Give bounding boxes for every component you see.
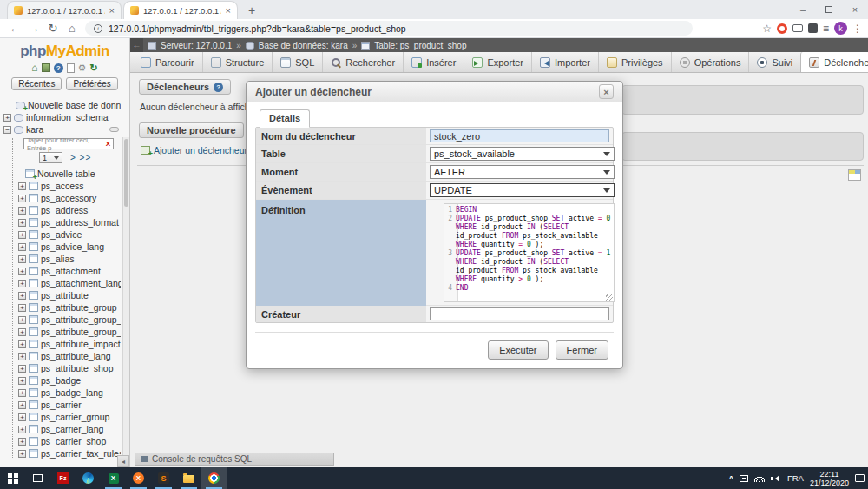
network-wifi-icon[interactable] [754,474,765,482]
favorite-tables-button[interactable]: Préférées [66,77,117,90]
new-tab-button[interactable]: + [243,2,260,19]
expand-icon[interactable]: + [18,207,26,215]
tab-details[interactable]: Détails [260,109,310,128]
reload-nav-icon[interactable]: ↻ [89,63,97,73]
tab-dclencheurs[interactable]: Déclencheurs [800,52,868,72]
tray-app-icon[interactable] [740,475,748,482]
expand-icon[interactable]: + [18,401,26,409]
address-bar[interactable]: i 127.0.0.1/phpmyadmin/tbl_triggers.php?… [85,21,693,36]
volume-icon[interactable] [771,474,781,483]
back-button[interactable]: ← [5,22,24,35]
table-item[interactable]: +ps_carrier_shop [13,435,121,447]
sql-definition-editor[interactable]: 1BEGIN2UPDATE ps_product_shop SET active… [444,203,615,302]
expand-icon[interactable]: + [18,182,26,190]
expand-icon[interactable]: + [18,377,26,385]
expand-icon[interactable]: + [18,231,26,239]
table-item[interactable]: +ps_carrier_tax_rules_group [13,447,121,459]
table-item[interactable]: +ps_badge_lang [13,387,121,399]
table-item[interactable]: +ps_carrier_group [13,411,121,423]
taskbar-xampp-button[interactable]: X [126,467,151,489]
window-close-button[interactable]: × [842,0,868,19]
recent-tables-button[interactable]: Récentes [11,77,62,90]
tab-exporter[interactable]: Exporter [464,52,531,72]
event-select[interactable]: UPDATE [430,183,615,197]
expand-icon[interactable]: + [18,426,26,433]
expand-icon[interactable]: + [18,365,26,373]
logout-icon[interactable] [42,63,50,72]
tab-sql[interactable]: SQL [272,52,322,72]
page-next-links[interactable]: > >> [70,153,91,162]
action-center-icon[interactable] [855,474,865,482]
close-button[interactable]: Fermer [556,340,608,360]
taskbar-chrome-button[interactable] [201,467,227,489]
table-item[interactable]: +ps_accessory [13,192,121,204]
filter-clear-icon[interactable]: X [106,140,110,148]
expand-icon[interactable]: + [18,304,26,312]
database-item-kara[interactable]: − kara [3,123,121,135]
taskbar-task-view-button[interactable] [25,467,50,489]
tab-rechercher[interactable]: Rechercher [322,52,403,72]
browser-tab[interactable]: 127.0.0.1 / 127.0.0.1 / kara / ps_p× [123,1,238,19]
help-icon[interactable]: ? [214,83,223,92]
table-item[interactable]: +ps_attribute_group [13,301,121,314]
forward-button[interactable]: → [24,22,43,35]
sql-console-bar[interactable]: Console de requêtes SQL [135,453,334,466]
settings-gear-icon[interactable]: ⚙ [78,63,87,73]
list-extension-icon[interactable]: ≡ [823,23,829,35]
breadcrumb-table[interactable]: Table: ps_product_shop [374,41,466,50]
table-item[interactable]: +ps_badge [13,374,121,387]
language-indicator[interactable]: FRA [787,473,804,483]
site-info-icon[interactable]: i [94,24,102,33]
taskbar-excel-button[interactable]: X [101,467,126,489]
table-item[interactable]: +ps_attribute_group_shop [13,326,121,338]
expand-icon[interactable]: + [18,292,26,300]
bookmark-star-icon[interactable]: ☆ [762,23,772,35]
docs-icon[interactable] [67,63,75,73]
execute-button[interactable]: Exécuter [488,340,548,360]
expand-icon[interactable]: + [18,450,26,458]
taskbar-start-button[interactable] [0,467,25,489]
scrollbar-thumb[interactable] [124,139,128,207]
taskbar-edge-button[interactable] [76,467,101,489]
table-item[interactable]: +ps_advice_lang [13,241,121,253]
browser-menu-icon[interactable]: ⋮ [852,23,863,35]
tab-suivi[interactable]: Suivi [748,52,800,72]
expand-icon[interactable]: + [18,328,26,336]
home-button[interactable]: ⌂ [62,22,82,35]
table-item[interactable]: +ps_address [13,204,121,216]
expand-icon[interactable]: + [18,340,26,348]
reload-button[interactable]: ↻ [43,22,62,35]
table-item[interactable]: +ps_attribute_group_lang [13,314,121,326]
new-database-item[interactable]: Nouvelle base de données [3,99,121,111]
home-icon[interactable]: ⌂ [31,63,37,73]
tab-privilges[interactable]: Privilèges [598,52,671,72]
add-trigger-link[interactable]: Ajouter un déclencheur [154,145,247,155]
breadcrumb-server[interactable]: Serveur: 127.0.0.1 [161,41,232,50]
extensions-puzzle-icon[interactable] [808,23,818,33]
expand-icon[interactable]: + [18,280,26,287]
expand-icon[interactable]: + [18,243,26,251]
dialog-close-button[interactable]: × [599,84,614,99]
tree-filter-input[interactable]: Taper pour filtrer ceci, Entrée p X [23,138,114,149]
taskbar-explorer-button[interactable] [176,467,201,489]
trigger-name-input[interactable] [430,129,609,142]
table-item[interactable]: +ps_attribute_impact [13,338,121,350]
table-item[interactable]: +ps_access [13,180,121,192]
resize-handle[interactable] [606,294,613,301]
tab-insrer[interactable]: Insérer [403,52,464,72]
hidden-icons-chevron[interactable]: ^ [729,474,733,483]
tab-parcourir[interactable]: Parcourir [133,52,202,72]
creator-input[interactable] [430,307,609,320]
page-select[interactable]: 1 [39,152,62,163]
window-minimize-button[interactable]: – [790,0,816,19]
taskbar-sublime-button[interactable]: S [151,467,176,489]
table-item[interactable]: +ps_attachment [13,265,121,277]
expand-icon[interactable]: + [18,316,26,324]
clock[interactable]: 22:11 21/12/2020 [810,470,849,487]
expand-icon[interactable]: + [18,353,26,360]
expand-icon[interactable]: + [18,195,26,202]
open-new-window-icon[interactable] [848,169,861,181]
table-select[interactable]: ps_stock_available [430,147,615,161]
dialog-titlebar[interactable]: Ajouter un déclencheur × [247,82,622,102]
table-item[interactable]: +ps_attachment_lang [13,277,121,289]
